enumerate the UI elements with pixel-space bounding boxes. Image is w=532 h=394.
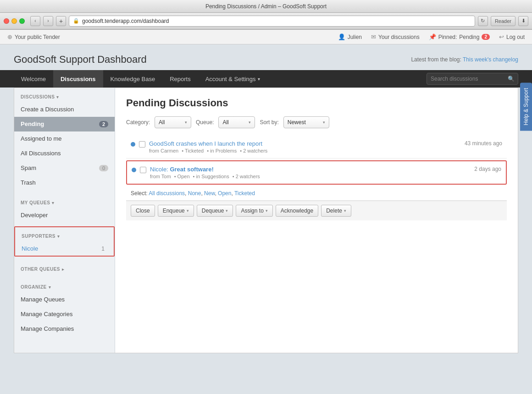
blog-prefix: Latest from the blog: (411, 56, 461, 63)
nav-account-settings[interactable]: Account & Settings ▾ (198, 70, 267, 88)
user-menu[interactable]: 👤 Julien (338, 33, 362, 40)
select-all-discussions[interactable]: All discussions (149, 190, 185, 197)
logout-label: Log out (506, 34, 525, 40)
sidebar-manage-queues[interactable]: Manage Queues (14, 292, 115, 307)
unread-dot-2 (132, 168, 136, 172)
select-ticketed[interactable]: Ticketed (234, 190, 255, 197)
pinned-link[interactable]: 📌 Pinned: Pending 2 (429, 33, 490, 40)
sidebar-manage-categories[interactable]: Manage Categories (14, 307, 115, 322)
dequeue-caret-icon: ▾ (226, 208, 228, 213)
sidebar-manage-companies[interactable]: Manage Companies (14, 322, 115, 336)
sidebar-nicole[interactable]: Nicole 1 (15, 241, 114, 256)
sidebar-my-queues-header[interactable]: MY QUEUES ▾ (14, 194, 115, 208)
category-caret-icon: ▾ (185, 120, 187, 125)
category-label: Category: (126, 119, 150, 126)
nav-knowledge-base[interactable]: Knowledge Base (103, 70, 163, 88)
globe-icon: ⊕ (7, 33, 12, 40)
supporters-box: SUPPORTERS ▾ Nicole 1 (14, 226, 115, 257)
sidebar-all-discussions[interactable]: All Discussions (14, 146, 115, 161)
forward-button[interactable]: › (43, 16, 53, 26)
pending-badge: 2 (99, 121, 108, 127)
assign-to-button[interactable]: Assign to ▾ (236, 205, 272, 217)
discussions-caret-icon: ▾ (56, 95, 59, 99)
discussion-body-1: GoodSoft crashes when I launch the repor… (149, 140, 461, 153)
delete-button[interactable]: Delete ▾ (321, 205, 351, 217)
discussion-title-2[interactable]: Nicole: Great software! (150, 166, 471, 173)
sidebar-supporters-header[interactable]: SUPPORTERS ▾ (15, 227, 114, 241)
minimize-button[interactable] (11, 18, 17, 24)
your-discussions-label: Your discussions (378, 34, 420, 40)
select-open[interactable]: Open (218, 190, 231, 197)
sidebar-pending[interactable]: Pending 2 (14, 117, 115, 131)
enqueue-button[interactable]: Enqueue ▾ (158, 205, 194, 217)
browser-controls: ‹ › + 🔒 goodsoft.tenderapp.com/dashboard… (0, 13, 532, 29)
nav-reports[interactable]: Reports (162, 70, 198, 88)
url-bar[interactable]: 🔒 goodsoft.tenderapp.com/dashboard (69, 16, 475, 27)
search-input[interactable] (427, 73, 518, 85)
dequeue-button[interactable]: Dequeue ▾ (197, 205, 233, 217)
blog-link[interactable]: This week's changelog (463, 56, 518, 63)
supporters-caret-icon: ▾ (57, 234, 60, 239)
help-support-tab[interactable]: Help & Support (520, 82, 532, 131)
refresh-button[interactable]: ↻ (478, 16, 488, 26)
app-toolbar: ⊕ Your public Tender 👤 Julien ✉ Your dis… (0, 30, 532, 44)
help-tab-label[interactable]: Help & Support (520, 82, 532, 131)
url-text: goodsoft.tenderapp.com/dashboard (82, 18, 169, 24)
nav-discussions[interactable]: Discussions (53, 70, 103, 88)
select-none[interactable]: None (188, 190, 201, 197)
back-button[interactable]: ‹ (30, 16, 40, 26)
queue-label: Queue: (196, 119, 214, 126)
watchers-1: 2 watchers (243, 148, 267, 153)
sort-select[interactable]: Newest ▾ (283, 116, 329, 128)
public-tender-link[interactable]: ⊕ Your public Tender (7, 33, 60, 40)
spam-badge: 0 (99, 165, 108, 171)
from-2: Tom (161, 174, 171, 179)
discussion-checkbox-2[interactable] (140, 167, 146, 173)
watchers-2: 2 watchers (236, 174, 260, 179)
close-button[interactable] (4, 18, 9, 24)
sidebar-other-queues-header[interactable]: OTHER QUEUES ▸ (14, 260, 115, 274)
status-2: Open (177, 174, 190, 179)
close-button[interactable]: Close (131, 205, 155, 217)
assign-caret-icon: ▾ (266, 208, 268, 213)
sidebar-spam[interactable]: Spam 0 (14, 161, 115, 175)
category-select[interactable]: All ▾ (155, 116, 191, 128)
pin-icon: 📌 (429, 33, 436, 40)
browser-titlebar: Pending Discussions / Admin – GoodSoft S… (0, 0, 532, 13)
select-new[interactable]: New (204, 190, 215, 197)
queue-select[interactable]: All ▾ (218, 116, 255, 128)
sidebar-create-discussion[interactable]: Create a Discussion (14, 102, 115, 117)
sort-caret-icon: ▾ (323, 120, 325, 125)
sidebar: DISCUSSIONS ▾ Create a Discussion Pendin… (14, 88, 115, 353)
pinned-count-badge: 2 (482, 34, 490, 40)
public-tender-label: Your public Tender (15, 34, 60, 40)
queues-caret-icon: ▾ (52, 201, 55, 205)
discussion-meta-2: from Tom • Open • in Suggestions • 2 wat… (150, 174, 471, 179)
nav-welcome[interactable]: Welcome (14, 70, 53, 88)
action-bar: Close Enqueue ▾ Dequeue ▾ Assign to ▾ Ac… (126, 201, 507, 220)
discussion-body-2: Nicole: Great software! from Tom • Open … (150, 166, 471, 179)
enqueue-caret-icon: ▾ (187, 208, 189, 213)
discussion-meta-1: from Carmen • Ticketed • in Problems • 2… (149, 148, 461, 153)
page-header: GoodSoft Support Dashboard Latest from t… (0, 44, 532, 70)
discussion-title-1[interactable]: GoodSoft crashes when I launch the repor… (149, 140, 461, 147)
sidebar-discussions-header[interactable]: DISCUSSIONS ▾ (14, 88, 115, 102)
add-tab-button[interactable]: + (56, 16, 66, 26)
nav-search-area: 🔍 (427, 73, 518, 85)
content-area: Pending Discussions Category: All ▾ Queu… (115, 88, 518, 353)
acknowledge-button[interactable]: Acknowledge (276, 205, 318, 217)
discussion-checkbox-1[interactable] (139, 141, 145, 148)
sidebar-developer[interactable]: Developer (14, 208, 115, 223)
from-1: Carmen (161, 148, 178, 153)
download-button[interactable]: ⬇ (518, 16, 528, 26)
your-discussions-link[interactable]: ✉ Your discussions (371, 33, 420, 40)
reader-button[interactable]: Reader (491, 16, 515, 26)
sidebar-organize-header[interactable]: ORGANIZE ▾ (14, 278, 115, 292)
sidebar-trash[interactable]: Trash (14, 175, 115, 190)
sidebar-assigned-to-me[interactable]: Assigned to me (14, 131, 115, 146)
pinned-status: Pending (459, 34, 479, 40)
maximize-button[interactable] (19, 18, 25, 24)
pinned-label: Pinned: (438, 34, 457, 40)
logout-button[interactable]: ↩ Log out (499, 33, 525, 40)
user-label: Julien (348, 34, 362, 40)
